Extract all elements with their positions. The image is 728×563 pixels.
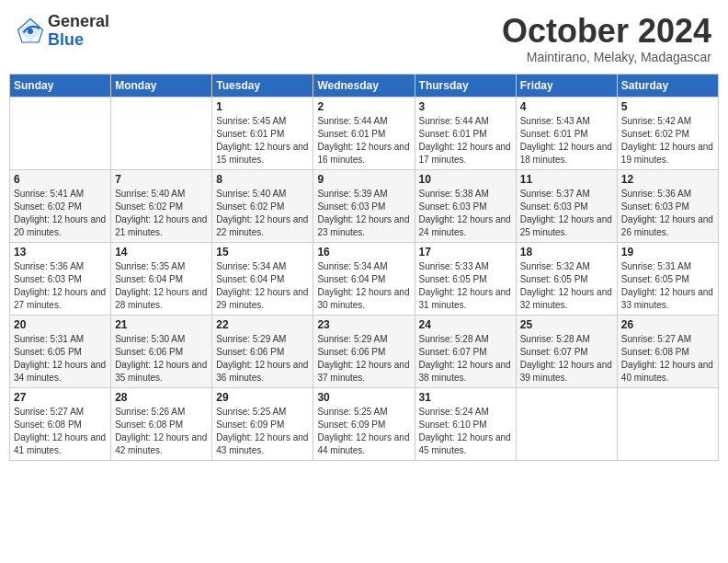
- calendar-day-cell: 18Sunrise: 5:32 AMSunset: 6:05 PMDayligh…: [516, 242, 617, 315]
- logo: General Blue: [17, 13, 109, 50]
- day-info: Sunrise: 5:45 AMSunset: 6:01 PMDaylight:…: [216, 115, 309, 167]
- day-number: 24: [419, 318, 512, 331]
- day-number: 31: [419, 391, 512, 404]
- title-block: October 2024 Maintirano, Melaky, Madagas…: [502, 13, 711, 64]
- day-info: Sunrise: 5:34 AMSunset: 6:04 PMDaylight:…: [317, 260, 410, 312]
- calendar-day-cell: 28Sunrise: 5:26 AMSunset: 6:08 PMDayligh…: [111, 387, 212, 460]
- day-info: Sunrise: 5:43 AMSunset: 6:01 PMDaylight:…: [520, 115, 613, 167]
- calendar-day-cell: 5Sunrise: 5:42 AMSunset: 6:02 PMDaylight…: [617, 97, 718, 169]
- logo-blue: Blue: [48, 30, 84, 49]
- calendar-week-row: 27Sunrise: 5:27 AMSunset: 6:08 PMDayligh…: [10, 387, 719, 460]
- calendar-day-cell: 20Sunrise: 5:31 AMSunset: 6:05 PMDayligh…: [10, 315, 111, 387]
- calendar-day-cell: 11Sunrise: 5:37 AMSunset: 6:03 PMDayligh…: [516, 169, 617, 242]
- day-of-week-header: Sunday: [10, 74, 111, 97]
- day-number: 21: [115, 318, 208, 331]
- logo-text: General Blue: [48, 13, 109, 50]
- calendar-day-cell: 29Sunrise: 5:25 AMSunset: 6:09 PMDayligh…: [212, 387, 313, 460]
- day-info: Sunrise: 5:28 AMSunset: 6:07 PMDaylight:…: [520, 333, 613, 385]
- day-info: Sunrise: 5:25 AMSunset: 6:09 PMDaylight:…: [216, 406, 309, 457]
- day-number: 5: [621, 100, 714, 113]
- day-of-week-header: Friday: [516, 74, 617, 97]
- calendar-week-row: 6Sunrise: 5:41 AMSunset: 6:02 PMDaylight…: [10, 169, 719, 242]
- calendar-day-cell: 19Sunrise: 5:31 AMSunset: 6:05 PMDayligh…: [617, 242, 718, 315]
- day-info: Sunrise: 5:33 AMSunset: 6:05 PMDaylight:…: [419, 260, 512, 312]
- calendar-day-cell: 17Sunrise: 5:33 AMSunset: 6:05 PMDayligh…: [415, 242, 516, 315]
- day-number: 27: [14, 391, 107, 404]
- month-title: October 2024: [502, 13, 711, 50]
- calendar-table: SundayMondayTuesdayWednesdayThursdayFrid…: [9, 74, 719, 461]
- day-number: 16: [317, 246, 410, 259]
- calendar-day-cell: 30Sunrise: 5:25 AMSunset: 6:09 PMDayligh…: [313, 387, 415, 460]
- location: Maintirano, Melaky, Madagascar: [502, 50, 711, 64]
- calendar-day-cell: 24Sunrise: 5:28 AMSunset: 6:07 PMDayligh…: [415, 315, 516, 387]
- day-number: 29: [216, 391, 309, 404]
- calendar-day-cell: 23Sunrise: 5:29 AMSunset: 6:06 PMDayligh…: [313, 315, 415, 387]
- calendar-day-cell: [10, 97, 111, 169]
- day-info: Sunrise: 5:39 AMSunset: 6:03 PMDaylight:…: [317, 188, 410, 239]
- day-number: 18: [520, 246, 613, 259]
- day-info: Sunrise: 5:27 AMSunset: 6:08 PMDaylight:…: [14, 406, 107, 457]
- day-info: Sunrise: 5:31 AMSunset: 6:05 PMDaylight:…: [621, 260, 714, 312]
- day-info: Sunrise: 5:29 AMSunset: 6:06 PMDaylight:…: [216, 333, 309, 385]
- calendar-day-cell: 21Sunrise: 5:30 AMSunset: 6:06 PMDayligh…: [111, 315, 212, 387]
- calendar-day-cell: 26Sunrise: 5:27 AMSunset: 6:08 PMDayligh…: [617, 315, 718, 387]
- day-info: Sunrise: 5:25 AMSunset: 6:09 PMDaylight:…: [317, 406, 410, 457]
- day-of-week-header: Wednesday: [313, 74, 415, 97]
- day-info: Sunrise: 5:40 AMSunset: 6:02 PMDaylight:…: [115, 188, 208, 239]
- day-info: Sunrise: 5:41 AMSunset: 6:02 PMDaylight:…: [14, 188, 107, 239]
- day-number: 22: [216, 318, 309, 331]
- calendar-day-cell: 9Sunrise: 5:39 AMSunset: 6:03 PMDaylight…: [313, 169, 415, 242]
- day-number: 15: [216, 246, 309, 259]
- day-info: Sunrise: 5:36 AMSunset: 6:03 PMDaylight:…: [621, 188, 714, 239]
- day-info: Sunrise: 5:35 AMSunset: 6:04 PMDaylight:…: [115, 260, 208, 312]
- day-info: Sunrise: 5:27 AMSunset: 6:08 PMDaylight:…: [621, 333, 714, 385]
- calendar-day-cell: 1Sunrise: 5:45 AMSunset: 6:01 PMDaylight…: [212, 97, 313, 169]
- calendar-week-row: 1Sunrise: 5:45 AMSunset: 6:01 PMDaylight…: [10, 97, 719, 169]
- day-number: 4: [520, 100, 613, 113]
- day-info: Sunrise: 5:32 AMSunset: 6:05 PMDaylight:…: [520, 260, 613, 312]
- svg-point-2: [28, 29, 33, 34]
- logo-general: General: [48, 12, 109, 30]
- day-number: 11: [520, 173, 613, 186]
- day-of-week-header: Saturday: [617, 74, 718, 97]
- day-number: 25: [520, 318, 613, 331]
- day-number: 23: [317, 318, 410, 331]
- day-number: 17: [419, 246, 512, 259]
- day-of-week-header: Monday: [111, 74, 212, 97]
- day-info: Sunrise: 5:37 AMSunset: 6:03 PMDaylight:…: [520, 188, 613, 239]
- day-number: 6: [14, 173, 107, 186]
- calendar-week-row: 13Sunrise: 5:36 AMSunset: 6:03 PMDayligh…: [10, 242, 719, 315]
- day-info: Sunrise: 5:34 AMSunset: 6:04 PMDaylight:…: [216, 260, 309, 312]
- calendar-day-cell: 8Sunrise: 5:40 AMSunset: 6:02 PMDaylight…: [212, 169, 313, 242]
- day-number: 1: [216, 100, 309, 113]
- day-number: 14: [115, 246, 208, 259]
- calendar-day-cell: 22Sunrise: 5:29 AMSunset: 6:06 PMDayligh…: [212, 315, 313, 387]
- day-info: Sunrise: 5:29 AMSunset: 6:06 PMDaylight:…: [317, 333, 410, 385]
- day-number: 10: [419, 173, 512, 186]
- calendar-day-cell: [111, 97, 212, 169]
- calendar-day-cell: 4Sunrise: 5:43 AMSunset: 6:01 PMDaylight…: [516, 97, 617, 169]
- calendar-day-cell: 25Sunrise: 5:28 AMSunset: 6:07 PMDayligh…: [516, 315, 617, 387]
- day-number: 3: [419, 100, 512, 113]
- calendar-day-cell: 3Sunrise: 5:44 AMSunset: 6:01 PMDaylight…: [415, 97, 516, 169]
- calendar-day-cell: 13Sunrise: 5:36 AMSunset: 6:03 PMDayligh…: [10, 242, 111, 315]
- page-header: General Blue October 2024 Maintirano, Me…: [9, 9, 719, 68]
- calendar-week-row: 20Sunrise: 5:31 AMSunset: 6:05 PMDayligh…: [10, 315, 719, 387]
- day-of-week-header: Thursday: [415, 74, 516, 97]
- day-number: 26: [621, 318, 714, 331]
- day-info: Sunrise: 5:44 AMSunset: 6:01 PMDaylight:…: [419, 115, 512, 167]
- day-info: Sunrise: 5:40 AMSunset: 6:02 PMDaylight:…: [216, 188, 309, 239]
- calendar-day-cell: 14Sunrise: 5:35 AMSunset: 6:04 PMDayligh…: [111, 242, 212, 315]
- day-info: Sunrise: 5:42 AMSunset: 6:02 PMDaylight:…: [621, 115, 714, 167]
- logo-icon: [17, 17, 44, 45]
- calendar-day-cell: 7Sunrise: 5:40 AMSunset: 6:02 PMDaylight…: [111, 169, 212, 242]
- day-info: Sunrise: 5:28 AMSunset: 6:07 PMDaylight:…: [419, 333, 512, 385]
- calendar-day-cell: 27Sunrise: 5:27 AMSunset: 6:08 PMDayligh…: [10, 387, 111, 460]
- calendar-day-cell: [617, 387, 718, 460]
- day-number: 9: [317, 173, 410, 186]
- calendar-day-cell: 2Sunrise: 5:44 AMSunset: 6:01 PMDaylight…: [313, 97, 415, 169]
- calendar-day-cell: 31Sunrise: 5:24 AMSunset: 6:10 PMDayligh…: [415, 387, 516, 460]
- day-info: Sunrise: 5:36 AMSunset: 6:03 PMDaylight:…: [14, 260, 107, 312]
- day-info: Sunrise: 5:26 AMSunset: 6:08 PMDaylight:…: [115, 406, 208, 457]
- day-number: 28: [115, 391, 208, 404]
